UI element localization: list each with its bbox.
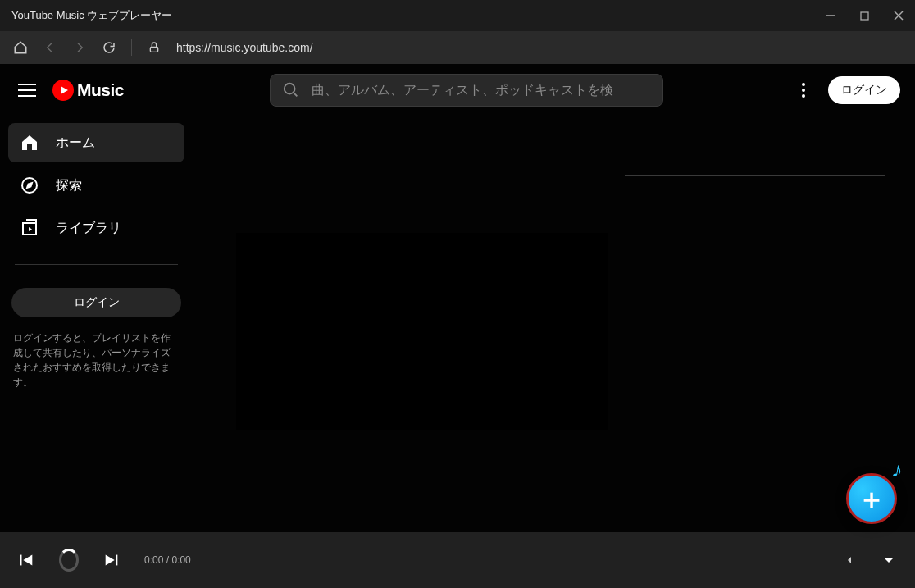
window-controls xyxy=(821,7,908,24)
window-titlebar: YouTube Music ウェブプレーヤー xyxy=(0,0,915,31)
caret-left-icon[interactable] xyxy=(840,550,859,570)
svg-marker-14 xyxy=(848,557,851,563)
refresh-icon[interactable] xyxy=(102,40,116,55)
previous-track-icon[interactable] xyxy=(16,550,36,570)
login-button[interactable]: ログイン xyxy=(828,76,900,104)
kebab-menu-icon[interactable] xyxy=(797,78,810,103)
minimize-button[interactable] xyxy=(821,7,840,24)
plus-icon: ＋ xyxy=(858,485,885,513)
app-body: ホーム 探索 ライブラリ ログイン ログインすると、プレイリストを作成して共有し… xyxy=(0,116,915,532)
svg-marker-15 xyxy=(884,558,894,563)
svg-rect-13 xyxy=(116,555,118,566)
url-text[interactable]: https://music.youtube.com/ xyxy=(176,41,313,54)
play-logo-icon xyxy=(52,80,74,101)
svg-rect-1 xyxy=(861,12,868,20)
app-header: Music ログイン xyxy=(0,64,915,116)
svg-marker-8 xyxy=(27,183,32,188)
browser-navbar: https://music.youtube.com/ xyxy=(0,31,915,64)
hamburger-menu-icon[interactable] xyxy=(18,80,38,100)
playback-time: 0:00 / 0:00 xyxy=(144,554,191,566)
svg-marker-12 xyxy=(106,555,115,566)
compass-icon xyxy=(20,175,39,195)
player-bar: 0:00 / 0:00 xyxy=(0,532,915,588)
close-button[interactable] xyxy=(889,7,908,24)
navbar-separator xyxy=(131,39,132,56)
panel-divider xyxy=(625,175,885,176)
content-placeholder xyxy=(236,233,608,430)
search-icon xyxy=(282,81,300,99)
sidebar-item-home[interactable]: ホーム xyxy=(8,123,184,162)
library-icon xyxy=(20,218,39,238)
window-title: YouTube Music ウェブプレーヤー xyxy=(11,8,172,23)
svg-marker-11 xyxy=(23,555,32,566)
brand-name: Music xyxy=(77,80,124,100)
search-input[interactable] xyxy=(312,83,651,98)
time-current: 0:00 xyxy=(144,554,163,566)
svg-rect-4 xyxy=(150,47,157,52)
svg-line-6 xyxy=(294,93,298,97)
main-content xyxy=(193,116,915,532)
caret-down-icon[interactable] xyxy=(879,550,899,570)
sidebar: ホーム 探索 ライブラリ ログイン ログインすると、プレイリストを作成して共有し… xyxy=(0,116,193,532)
sidebar-item-library[interactable]: ライブラリ xyxy=(8,208,184,248)
maximize-button[interactable] xyxy=(855,8,874,24)
add-fab-button[interactable]: ♪ ＋ xyxy=(846,473,897,524)
lock-icon[interactable] xyxy=(147,40,162,55)
sidebar-item-explore[interactable]: 探索 xyxy=(8,166,184,205)
home-filled-icon xyxy=(20,133,39,153)
sidebar-login-desc: ログインすると、プレイリストを作成して共有したり、パーソナライズされたおすすめを… xyxy=(8,330,184,390)
time-total: 0:00 xyxy=(171,554,190,566)
next-track-icon[interactable] xyxy=(102,550,121,570)
sidebar-divider xyxy=(15,264,178,265)
back-icon xyxy=(43,40,57,55)
logo[interactable]: Music xyxy=(52,80,124,101)
svg-point-5 xyxy=(285,84,295,94)
loading-spinner-icon xyxy=(59,550,79,570)
forward-icon xyxy=(72,40,87,55)
home-icon[interactable] xyxy=(13,40,28,55)
sidebar-item-label: 探索 xyxy=(56,177,82,194)
time-sep: / xyxy=(163,554,171,566)
sidebar-item-label: ホーム xyxy=(56,134,95,152)
sidebar-login-button[interactable]: ログイン xyxy=(11,288,181,317)
sidebar-item-label: ライブラリ xyxy=(56,220,121,237)
svg-rect-10 xyxy=(20,555,22,566)
search-box[interactable] xyxy=(270,74,663,107)
